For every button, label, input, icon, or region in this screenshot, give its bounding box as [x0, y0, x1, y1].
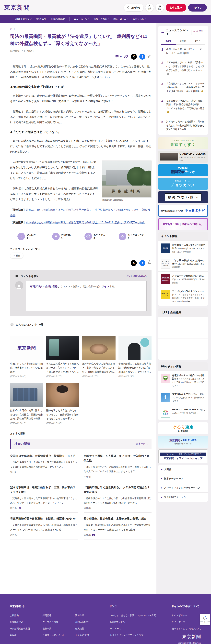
- event-item[interactable]: ゴッホ展 家族がつないだ画家の夢 ゴッホ展 家族がつないだ画家の夢9月12日(金…: [158, 256, 208, 272]
- notice-button[interactable]: お知らせ: [124, 4, 144, 11]
- nav-tag-sosaisen[interactable]: #自民党総裁選: [51, 18, 65, 20]
- sidebar-link-database[interactable]: ▶記事データベース: [158, 474, 208, 483]
- banner-official-shop[interactable]: バックナンバー・写真・グッズなどの販売なら 東京新聞 オフィシャルショップ: [158, 450, 208, 463]
- footer-link[interactable]: 関連企業: [75, 614, 101, 617]
- nav-menu-column[interactable]: 社説・コラム∨: [113, 18, 129, 20]
- banner-choukannu[interactable]: 東京新聞キャラクター チョウカンヌ: [158, 178, 208, 190]
- news-list-item[interactable]: 冠水地下駐車場、避難計画作らず 三重、浸水車両２７１台を搬出 記録的な大雨で冠水…: [10, 481, 78, 513]
- news-list-item[interactable]: 宮城でクマ襲撃、１人重体 キノコ採りで入山の７０代女性 ３日午後１時半ごろ、宮城…: [84, 450, 152, 481]
- nav-menu-paper[interactable]: 紙面を見る∨: [133, 18, 146, 20]
- login-link[interactable]: ログイン: [99, 285, 109, 288]
- event-item[interactable]: ぼっち・ざ・ろっく！ アニメとのコラボタウントレックアニメ「ぼっち・ざ・ろっく！…: [158, 287, 208, 306]
- footer-link[interactable]: ウェブ広告掲載: [42, 620, 69, 624]
- card-item[interactable]: 豊昇龍の立ち合いに場内どよめき...批判も覚悟で「勝ちにいった」 敗れた若隆景は…: [82, 336, 116, 378]
- event-item[interactable]: MASTERS OF SWEDISH PAINTING スウェーデン絵画展202…: [158, 272, 208, 287]
- footer-link[interactable]: よくある質問: [75, 634, 101, 637]
- pr-item[interactable]: i 東京情報さんぽ東京で働く、暮らす、楽しむために役立つ情報が集まるサイト: [158, 390, 208, 406]
- event-item[interactable]: 氷河期展 氷河期展 〜人類が見た4万年前の世界〜7月12日(土)〜10月13日(…: [158, 241, 208, 256]
- pr-item[interactable]: HEART & DESIGN FOR ALL誰もが暮らしやすい社会の実現へ: [158, 405, 208, 420]
- nav-tag-takashimadaira[interactable]: #高島平タワマン: [15, 18, 32, 20]
- banner-stand-up-students[interactable]: STAND UP STUDENTSいま、わたしたちのまわりで起きていること。: [158, 151, 208, 163]
- card-thumbnail-sumo-ring: [82, 336, 116, 360]
- sidebar-link-daizukai[interactable]: ▶大図解: [158, 465, 208, 474]
- comment-terms-link[interactable]: コメント機能利用規約: [123, 275, 147, 278]
- ranking-item[interactable]: 3 「空港仕入れ」のモバイルバッテリーが中古市場に！？ 機内持ち込みの禁止で没収…: [161, 79, 205, 96]
- facebook-share-icon[interactable]: f: [139, 260, 145, 266]
- news-list-item[interactable]: 青森県藤崎町長を書類送検 参院選、投票呼びかけか ７月の参院選で青森選挙区から出…: [10, 513, 78, 540]
- related-article-link[interactable]: 最高裁、事件記録廃棄は「保存に消極的な姿勢が定着」 神戸児童殺傷も「記録庫が狭い…: [10, 208, 150, 217]
- event-thumbnail: ゴッホ展 家族がつないだ画家の夢: [161, 259, 170, 268]
- card-item[interactable]: 参政党が重んじる戦前の教育勅語...阿部俊子文部科学大臣「使用は許されない」 ク…: [118, 336, 152, 378]
- card-item[interactable]: 東京新聞 中国、クリミア半島の記述を削除 外務省サイト、ロシアに配慮か (202…: [10, 336, 43, 378]
- footer-link[interactable]: 新聞科学研究所: [110, 620, 164, 624]
- login-button[interactable]: ログイン: [188, 4, 207, 12]
- nav-tag-sengo80[interactable]: #戦後80年: [36, 18, 46, 20]
- ranking-tab-1month[interactable]: 1カ月: [191, 38, 205, 44]
- banner-genpatsu[interactable]: 原発のない国へ: [158, 191, 208, 203]
- ranking-item[interactable]: 1 維新・吉村代表「申し訳ない」 立民、国民、共産は批判: [161, 45, 205, 58]
- reaction-naruhodo[interactable]: ！ なるほど！0: [17, 232, 38, 240]
- banner-kankyo-plan[interactable]: 東京新聞「環境と多様性の行動計画」: [158, 218, 208, 230]
- search-button[interactable]: 検索: [145, 4, 154, 12]
- ranking-item[interactable]: 2 「三笠宮家」が2つに分離...「男子のいない宮家」が新設される なぜ？宮内庁…: [161, 58, 205, 79]
- card-item[interactable]: 始業式の世田谷に衝撃...路上で首切られ女性死亡 韓国から来た知人男性を羽田空港…: [10, 383, 43, 425]
- footer-link[interactable]: 新聞購読申込: [10, 620, 36, 624]
- ranking-item[interactable]: 5 河村たかし氏率いる減税日本、日本保守党との「特別友党関係」解消を決定 河村氏…: [161, 117, 205, 134]
- news-list-item[interactable]: 「前橋市長は早く進退決断を」 ホテル問題で議会全１０派が要求 前橋市議会の全１０…: [84, 481, 152, 513]
- news-list-item[interactable]: 希少種保全、検討会設置 太陽光施設の影響、議論 浅尾慶一郎環境相は３日の閣議後記…: [84, 513, 152, 540]
- recaptcha-badge[interactable]: プライバシー・利用規約: [200, 614, 210, 625]
- banner-chunichi-biz-navi[interactable]: 東海地方の経済ニュースは 中日BiZナビ: [158, 205, 208, 217]
- footer-link[interactable]: 個人情報: [75, 627, 101, 630]
- footer-link[interactable]: いっしょに読もう！新聞コンクール・NIE月間: [110, 614, 164, 617]
- footer-link[interactable]: サイトマップ: [172, 620, 201, 624]
- facebook-share-icon[interactable]: f: [139, 54, 145, 60]
- card-item[interactable]: 将来の立ち退き向かって敷かれたレール...高島平タワマン化「娘には迷惑をかけたく…: [46, 336, 80, 378]
- banner-tokyo-sukusuku[interactable]: 子どもとの日々を支える 東京すくすく: [158, 137, 208, 149]
- share-icon[interactable]: [148, 260, 152, 266]
- banner-gururi-tokyo[interactable]: ぐるり東京 by 東京新聞: [158, 422, 208, 434]
- footer-link[interactable]: 当サイトへのリンクについて: [172, 627, 201, 630]
- reaction-motto[interactable]: ☺ もっと知りたい0: [119, 232, 144, 240]
- signup-button[interactable]: お申し込み: [166, 4, 186, 12]
- pr-item[interactable]: 都電サポーターズ紹介ページ開設サポーターズの取り組みをはじめとして様々な角度から…: [158, 371, 208, 390]
- ranking-tab-3days[interactable]: 3日間: [161, 38, 176, 44]
- article-list-link[interactable]: 記事一覧→: [136, 442, 148, 445]
- footer-link[interactable]: 採用情報: [42, 614, 69, 617]
- x-share-icon[interactable]: X: [131, 260, 137, 266]
- register-link[interactable]: 有料デジタル会員に登録: [30, 285, 57, 288]
- footer-link[interactable]: ご質問・お問い合わせ: [42, 634, 69, 637]
- banner-pr-times[interactable]: 東京新聞 × PR TIMES 首都圏のプレスリリース: [158, 436, 208, 448]
- reaction-moyamoya[interactable]: ☹ もやもや...3: [84, 232, 105, 240]
- comment-count: 0: [120, 55, 122, 58]
- nav-menu-tokyo[interactable]: 東京・首都圏∨: [93, 18, 109, 20]
- sidebar-link-forum[interactable]: ▶東京新聞フォーラム: [158, 492, 208, 502]
- footer-link[interactable]: 表彰事業: [42, 627, 69, 630]
- settings-button[interactable]: 設定: [156, 4, 164, 12]
- article-category-link[interactable]: #社会: [10, 28, 16, 30]
- paperclip-icon[interactable]: [124, 55, 128, 58]
- sidebar-link-smartphone[interactable]: ▶スマートフォン向け情報サービス: [158, 483, 208, 492]
- footer-link[interactable]: 中日ドラゴンズ公式ファンクラブ: [110, 634, 164, 637]
- footer-link[interactable]: 著作権: [10, 634, 36, 637]
- reaction-taisetsu[interactable]: ♥ 大切だね1: [52, 232, 71, 240]
- site-logo[interactable]: 東京新聞: [4, 4, 30, 12]
- footer-link[interactable]: 会社案内: [10, 614, 36, 617]
- ranking-item[interactable]: 4 在留資格ない外国人に「厳しい措置」要請...川口市議会が意見書を採択 「ヘイ…: [161, 96, 205, 117]
- comment-input-area[interactable]: 有料デジタル会員に登録してコメントを書く。(既に会員の方)ログインする。: [26, 281, 147, 311]
- heart-design-thumbnail: [161, 408, 170, 418]
- ranking-tab-1week[interactable]: 1週間: [176, 38, 190, 44]
- related-article-link[interactable]: 東京都まさかの消費税未納が発覚 都営住宅事業で20年以上 2019〜22年度分の…: [26, 221, 145, 224]
- footer-link[interactable]: サイトポリシー: [172, 614, 201, 617]
- footer-link[interactable]: 新聞広告掲載: [75, 620, 101, 624]
- x-share-icon[interactable]: X: [131, 54, 137, 60]
- comment-bubble-icon[interactable]: [115, 55, 119, 58]
- follow-category-chip[interactable]: ＋ 社会: [10, 253, 23, 258]
- share-icon[interactable]: [148, 55, 152, 58]
- banner-podcast-radio[interactable]: Podcast 新聞記者ラジオ: [158, 164, 208, 176]
- footer-link[interactable]: 47ニュース: [110, 627, 164, 630]
- footer-link[interactable]: 東京新聞社会事業団: [10, 627, 36, 630]
- news-list-item[interactable]: 全国コロナ感染者、２週連続減少 前週比０・８５倍 厚生労働省は３日、全国約３千の…: [10, 450, 78, 481]
- nav-menu-news-list[interactable]: ニュース一覧∨: [74, 18, 89, 20]
- ranking-more-link[interactable]: もっと見る →: [191, 30, 205, 35]
- card-item[interactable]: 賜杯を逃した豊昇龍、抑えきれない悔しさ...支度部屋から何かをたたくような音が響…: [46, 383, 80, 425]
